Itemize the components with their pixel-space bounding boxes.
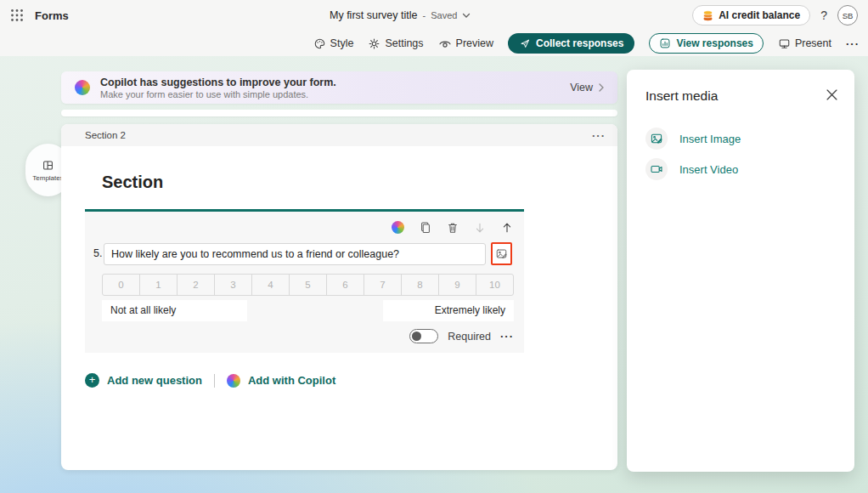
scale-high-label-input[interactable]: Extremely likely — [383, 300, 514, 321]
top-right-actions: AI credit balance ? SB — [692, 0, 858, 31]
scale-option-1[interactable]: 1 — [139, 274, 178, 296]
preview-label: Preview — [456, 37, 493, 49]
app-name: Forms — [35, 9, 69, 22]
style-label: Style — [330, 37, 354, 49]
palette-icon — [313, 37, 326, 50]
question-more-button[interactable]: ··· — [500, 330, 514, 343]
section-card-header: Section 2 ··· — [61, 124, 617, 146]
scale-low-label-input[interactable]: Not at all likely — [102, 300, 247, 321]
forms-app: Forms My first survey title - Saved AI c… — [0, 0, 868, 493]
move-down-button[interactable] — [472, 220, 487, 235]
help-button[interactable]: ? — [820, 8, 827, 22]
ai-credit-balance-label: AI credit balance — [719, 9, 800, 21]
scale-option-3[interactable]: 3 — [214, 274, 252, 296]
scale-option-5[interactable]: 5 — [289, 274, 327, 296]
add-with-copilot-button[interactable]: Add with Copilot — [248, 374, 335, 387]
scale-option-8[interactable]: 8 — [401, 274, 439, 296]
image-edit-icon — [495, 247, 508, 260]
add-question-row: + Add new question Add with Copilot — [85, 373, 335, 388]
insert-video-item[interactable]: Insert Video — [645, 158, 738, 180]
toolbar-more-button[interactable]: ··· — [846, 37, 860, 50]
scale-option-0[interactable]: 0 — [102, 274, 140, 296]
section-more-button[interactable]: ··· — [592, 129, 606, 142]
question-footer-row: Required ··· — [409, 329, 514, 343]
nps-scale: 0 1 2 3 4 5 6 7 8 9 10 — [102, 274, 514, 296]
title-separator: - — [423, 10, 426, 20]
move-up-button[interactable] — [499, 220, 514, 235]
settings-label: Settings — [385, 37, 423, 49]
templates-icon — [42, 159, 54, 172]
avatar[interactable]: SB — [837, 5, 858, 26]
ai-credit-balance-button[interactable]: AI credit balance — [692, 5, 810, 26]
preview-button[interactable]: Preview — [438, 37, 493, 49]
question-action-toolbar — [391, 220, 514, 235]
view-responses-button[interactable]: View responses — [649, 33, 764, 54]
section-header-label: Section 2 — [85, 130, 126, 140]
send-icon — [519, 37, 531, 49]
banner-view-link[interactable]: View — [570, 82, 604, 94]
view-responses-label: View responses — [676, 37, 753, 49]
image-edit-icon — [645, 128, 668, 150]
divider — [214, 374, 215, 388]
close-icon[interactable] — [824, 87, 839, 102]
toggle-knob — [412, 332, 421, 341]
scale-option-6[interactable]: 6 — [326, 274, 364, 296]
coins-icon — [702, 9, 713, 21]
scale-option-4[interactable]: 4 — [251, 274, 290, 296]
banner-text: Copilot has suggestions to improve your … — [100, 76, 336, 99]
style-button[interactable]: Style — [313, 37, 354, 50]
previous-section-card-edge — [61, 110, 617, 116]
question-copilot-button[interactable] — [391, 220, 405, 235]
save-status: Saved — [431, 10, 457, 20]
present-label: Present — [795, 37, 831, 49]
banner-title: Copilot has suggestions to improve your … — [100, 76, 336, 88]
scale-option-2[interactable]: 2 — [177, 274, 215, 296]
insert-video-label: Insert Video — [679, 163, 738, 176]
insert-media-panel: Insert media Insert Image Insert Vi — [627, 70, 854, 472]
question-block: 5. How likely are you to recommend us to… — [85, 212, 524, 353]
eye-icon — [438, 37, 452, 49]
banner-subtitle: Make your form easier to use with simple… — [100, 89, 336, 99]
collect-responses-button[interactable]: Collect responses — [508, 33, 634, 54]
required-label: Required — [448, 331, 491, 343]
section-title[interactable]: Section — [102, 173, 163, 192]
scale-option-10[interactable]: 10 — [476, 274, 514, 296]
document-title-group[interactable]: My first survey title - Saved — [330, 0, 471, 31]
panel-title: Insert media — [645, 88, 718, 104]
chevron-down-icon[interactable] — [462, 13, 471, 19]
scale-option-7[interactable]: 7 — [364, 274, 402, 296]
required-toggle[interactable] — [409, 329, 438, 343]
copilot-suggestion-banner[interactable]: Copilot has suggestions to improve your … — [61, 71, 617, 104]
present-button[interactable]: Present — [778, 37, 831, 50]
templates-label: Templates — [32, 174, 63, 182]
delete-question-button[interactable] — [445, 220, 459, 235]
gear-icon — [368, 37, 380, 50]
banner-view-label: View — [570, 82, 593, 94]
insert-image-item[interactable]: Insert Image — [645, 128, 741, 150]
copilot-icon — [392, 221, 404, 234]
scale-option-9[interactable]: 9 — [438, 274, 476, 296]
video-camera-icon — [645, 158, 668, 180]
chevron-right-icon — [599, 83, 604, 92]
insert-media-button-highlighted[interactable] — [491, 242, 512, 265]
app-launcher-waffle-icon[interactable] — [10, 8, 24, 22]
copilot-icon — [75, 80, 90, 95]
collect-responses-label: Collect responses — [536, 37, 623, 49]
monitor-icon — [778, 37, 791, 50]
question-number: 5. — [93, 247, 102, 259]
settings-button[interactable]: Settings — [368, 37, 423, 50]
copilot-icon — [227, 374, 240, 388]
top-bar: Forms My first survey title - Saved AI c… — [0, 0, 868, 31]
command-toolbar: Style Settings Preview — [0, 31, 868, 56]
document-title[interactable]: My first survey title — [330, 9, 418, 21]
section-card: Section 2 ··· Section — [61, 124, 617, 470]
plus-icon[interactable]: + — [85, 373, 99, 388]
insert-image-label: Insert Image — [679, 133, 741, 145]
bar-chart-icon — [659, 37, 671, 49]
add-new-question-button[interactable]: Add new question — [107, 374, 202, 387]
question-text-input[interactable]: How likely are you to recommend us to a … — [104, 243, 486, 265]
duplicate-question-button[interactable] — [418, 220, 432, 235]
